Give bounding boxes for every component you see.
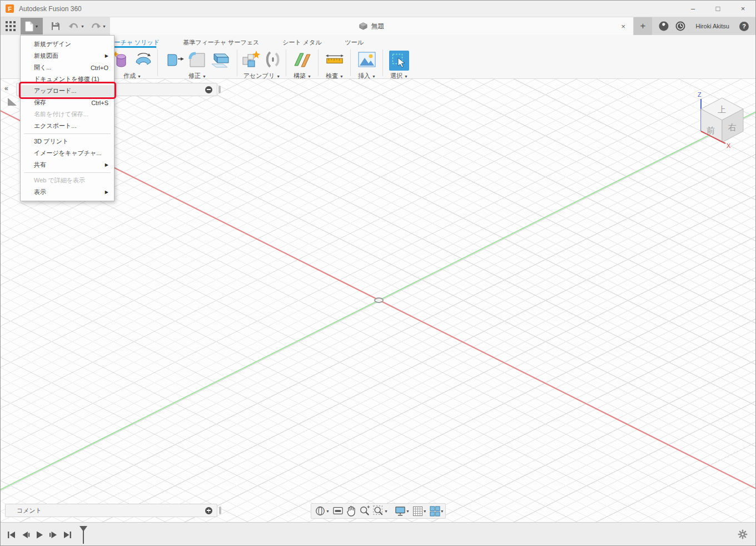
display-caret-icon: ▼ — [406, 509, 410, 513]
menu-item-view-details-on-web[interactable]: Web で詳細を表示 — [21, 175, 114, 186]
fit-button[interactable]: ▼ — [372, 504, 389, 518]
menu-item-open[interactable]: 開く... Ctrl+O — [21, 62, 114, 73]
joint-button[interactable] — [263, 48, 283, 71]
menu-item-save-as[interactable]: 名前を付けて保存... — [21, 108, 114, 120]
menu-item-capture-image[interactable]: イメージをキャプチャ... — [21, 147, 114, 159]
step-forward-icon — [49, 530, 58, 539]
submenu-arrow-icon: ▶ — [105, 190, 108, 195]
timeline-position-marker[interactable] — [79, 526, 87, 544]
ribbon-divider — [382, 49, 383, 76]
timeline-go-to-start-button[interactable] — [5, 527, 18, 543]
tab-surface[interactable]: 基準フィーチャ サーフェス — [183, 38, 259, 47]
pan-button[interactable] — [345, 504, 357, 518]
ribbon-group-construct: 構築 ▼ — [288, 48, 317, 78]
save-button[interactable] — [48, 18, 63, 34]
image-icon — [357, 51, 376, 68]
insert-image-button[interactable] — [357, 48, 377, 71]
timeline-go-to-end-button[interactable] — [61, 527, 74, 543]
viewcube-right-label: 右 — [728, 122, 737, 132]
zoom-button[interactable] — [358, 504, 371, 518]
look-at-button[interactable] — [331, 504, 345, 518]
select-tool-button[interactable] — [389, 51, 409, 71]
zoom-magnifier-icon — [359, 505, 370, 517]
title-bar: F Autodesk Fusion 360 – □ × — [1, 1, 755, 17]
new-component-icon — [241, 49, 260, 70]
tab-sheet-metal[interactable]: シート メタル — [282, 38, 321, 47]
origin-point[interactable] — [374, 297, 384, 303]
timeline-step-forward-button[interactable] — [47, 527, 60, 543]
view-cube[interactable]: Z 上 前 右 X — [690, 87, 755, 151]
grid-caret-icon: ▼ — [423, 509, 427, 513]
timeline-playback-controls — [5, 527, 74, 543]
display-settings-button[interactable]: ▼ — [394, 504, 411, 518]
file-menu-dropdown: 新規デザイン 新規図面 ▶ 開く... Ctrl+O ドキュメントを修復 (1)… — [20, 35, 115, 201]
window-controls: – □ × — [680, 1, 755, 17]
joint-icon — [264, 50, 282, 69]
menu-divider — [24, 172, 111, 173]
application-toolbar: ▼ ▼ — [1, 17, 755, 35]
measure-button[interactable] — [325, 48, 345, 71]
undo-caret-icon: ▼ — [81, 24, 84, 28]
close-button[interactable]: × — [730, 1, 755, 17]
redo-arrow-icon — [90, 22, 101, 30]
job-status-icon[interactable] — [659, 21, 669, 31]
ribbon-divider — [286, 49, 286, 76]
comment-panel-header[interactable]: コメント — [5, 504, 217, 517]
fusion360-window: F Autodesk Fusion 360 – □ × — [0, 0, 756, 546]
menu-item-new-design[interactable]: 新規デザイン — [21, 38, 114, 50]
timeline-play-button[interactable] — [33, 527, 46, 543]
construction-plane-icon — [293, 50, 312, 69]
tab-tools[interactable]: ツール — [345, 38, 364, 47]
undo-control[interactable]: ▼ — [68, 22, 84, 30]
viewcube-z-label: Z — [698, 91, 702, 98]
ribbon-group-insert: 挿入 ▼ — [352, 48, 381, 78]
ribbon-group-assemble: アセンブリ ▼ — [239, 48, 285, 78]
fillet-button[interactable] — [187, 48, 207, 71]
viewports-button[interactable]: ▼ — [429, 504, 445, 518]
user-name[interactable]: Hiroki Akitsu — [695, 23, 729, 29]
data-panel-toggle-button[interactable] — [3, 18, 18, 34]
construct-plane-button[interactable] — [292, 48, 312, 71]
browser-scroll-nub[interactable] — [218, 86, 221, 93]
cylinder-create-icon — [112, 50, 130, 69]
shell-button[interactable] — [210, 48, 230, 71]
grid-settings-button[interactable]: ▼ — [411, 504, 428, 518]
browser-collapse-minus-icon[interactable] — [205, 86, 212, 93]
menu-item-export[interactable]: エクスポート... — [21, 120, 114, 132]
menu-item-view[interactable]: 表示 ▶ — [21, 186, 114, 198]
file-menu-caret-icon: ▼ — [35, 24, 39, 28]
orbit-caret-icon: ▼ — [326, 509, 330, 513]
press-pull-button[interactable] — [165, 48, 185, 71]
timeline-settings-button[interactable] — [738, 529, 748, 542]
comment-scroll-nub[interactable] — [219, 507, 221, 514]
menu-item-new-drawing[interactable]: 新規図面 ▶ — [21, 50, 114, 62]
app-title: Autodesk Fusion 360 — [19, 5, 82, 13]
display-monitor-icon — [395, 506, 406, 517]
ribbon-group-create: 作成 ▼ — [108, 48, 157, 78]
comment-expand-plus-icon[interactable] — [205, 507, 212, 514]
document-tab-close-button[interactable]: × — [618, 17, 629, 35]
file-menu-button[interactable]: ▼ — [21, 18, 43, 34]
maximize-button[interactable]: □ — [705, 1, 730, 17]
new-component-button[interactable] — [241, 48, 261, 71]
ribbon-divider — [237, 49, 237, 76]
revolve-button[interactable] — [133, 48, 153, 71]
fit-magnifier-icon — [373, 505, 384, 517]
document-tab[interactable]: 無題 × — [110, 17, 633, 35]
minimize-button[interactable]: – — [680, 1, 705, 17]
orbit-button[interactable]: ▼ — [314, 504, 331, 518]
play-icon — [35, 530, 44, 539]
browser-collapse-button[interactable]: « — [4, 85, 8, 92]
help-button[interactable]: ? — [739, 22, 749, 31]
go-to-start-icon — [7, 530, 16, 539]
viewcube-front-label: 前 — [707, 126, 715, 135]
viewports-caret-icon: ▼ — [440, 509, 444, 513]
waffle-grid-icon — [6, 21, 16, 31]
new-document-tab-button[interactable]: + — [634, 17, 652, 35]
timeline-step-back-button[interactable] — [19, 527, 32, 543]
redo-control[interactable]: ▼ — [90, 22, 106, 30]
comment-label: コメント — [17, 507, 42, 515]
notifications-clock-icon[interactable] — [675, 21, 685, 31]
menu-item-share[interactable]: 共有 ▶ — [21, 159, 114, 171]
menu-item-3d-print[interactable]: 3D プリント — [21, 136, 114, 147]
